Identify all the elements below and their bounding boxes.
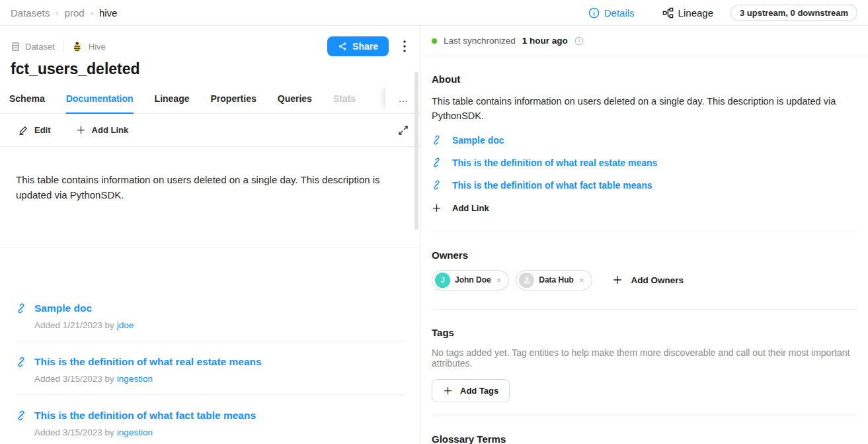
share-button[interactable]: Share [327,36,389,56]
sidebar-link-title: This is the definition of what real esta… [452,157,657,168]
plus-icon [612,275,623,285]
avatar: J [435,273,450,288]
entity-sidebar: Last synchronized 1 hour ago About This … [421,26,868,444]
sync-status-dot [432,38,437,44]
sidebar-link[interactable]: Sample doc [432,129,857,152]
breadcrumb-separator: › [56,8,58,18]
add-owners-button[interactable]: Add Owners [612,275,684,285]
meta-separator [63,41,63,52]
tab-properties[interactable]: Properties [211,83,256,113]
sidebar-link-title: This is the definition of what fact tabl… [452,180,652,191]
lineage-summary-badge[interactable]: 3 upstream, 0 downstream [730,5,857,21]
more-options-button[interactable] [399,38,410,55]
sidebar-link[interactable]: This is the definition of what real esta… [432,152,857,174]
expand-button[interactable] [398,125,409,136]
main-split: Dataset Hive [0,26,868,444]
doc-link[interactable]: This is the definition of what fact tabl… [16,410,405,422]
sync-prefix: Last synchronized [444,36,516,46]
top-actions: Details Lineage 3 upstream, 0 downstream [588,5,857,21]
tab-schema[interactable]: Schema [9,83,45,113]
documentation-body: This table contains information on users… [0,147,420,203]
info-circle-icon [588,7,600,19]
details-button[interactable]: Details [588,7,635,19]
doc-link-meta: Added 1/21/2023 byjdoe [34,320,405,330]
tab-stats: Stats [333,83,356,113]
sync-time: 1 hour ago [522,36,568,46]
sidebar-link[interactable]: This is the definition of what fact tabl… [432,174,857,197]
plus-icon [432,203,442,213]
tab-documentation[interactable]: Documentation [66,83,134,113]
link-icon [432,180,442,190]
sidebar-add-link-button[interactable]: Add Link [432,203,857,213]
doc-link-item: This is the definition of what fact tabl… [16,395,405,444]
dataset-description: This table contains information on users… [16,172,386,203]
share-label: Share [352,41,378,52]
about-description: This table contains information on users… [432,94,857,124]
owner-chip-john-doe[interactable]: J John Doe × [432,270,509,290]
link-icon [16,357,26,367]
plus-icon [76,125,86,135]
breadcrumb-prod[interactable]: prod [65,7,85,19]
edit-label: Edit [34,125,51,135]
breadcrumb-hive: hive [99,7,118,19]
platform-label: Hive [89,42,106,52]
remove-owner-icon[interactable]: × [578,275,585,285]
add-owners-label: Add Owners [631,275,684,285]
doc-link-user[interactable]: jdoe [117,320,134,330]
hive-logo-icon [71,40,84,53]
link-icon [432,157,442,167]
entity-actions: Share [327,36,410,56]
entity-header: Dataset Hive [0,26,420,78]
doc-link-meta: Added 3/15/2023 byingestion [34,374,405,384]
scrollbar-thumb[interactable] [414,72,418,230]
lineage-label: Lineage [678,7,713,19]
breadcrumb-datasets[interactable]: Datasets [11,7,50,19]
lineage-graph-icon [662,7,674,19]
add-tags-button[interactable]: Add Tags [432,379,510,402]
person-icon [522,275,532,285]
entity-type: Dataset [11,42,55,52]
doc-link-user[interactable]: ingestion [117,427,153,437]
breadcrumb-separator: › [91,8,93,18]
doc-link-added-text: Added 3/15/2023 by [34,427,114,437]
doc-link[interactable]: Sample doc [16,302,405,314]
share-icon [338,42,347,51]
breadcrumb: Datasets › prod › hive [11,7,117,19]
lineage-button[interactable]: Lineage [662,7,713,19]
sidebar-link-title: Sample doc [452,135,504,146]
entity-meta-row: Dataset Hive [11,39,410,54]
entity-type-label: Dataset [25,42,55,52]
owner-name: John Doe [455,275,491,285]
avatar [519,273,534,288]
documentation-toolbar: Edit Add Link [0,114,420,147]
details-label: Details [604,7,635,19]
entity-platform: Hive [71,40,106,53]
section-divider [432,416,857,416]
link-icon [432,135,442,145]
tab-lineage[interactable]: Lineage [155,83,190,113]
edit-button[interactable]: Edit [19,125,51,135]
owners-heading: Owners [432,249,857,261]
entity-panel: Dataset Hive [0,26,421,444]
description-divider [0,247,420,248]
add-tags-label: Add Tags [460,386,498,396]
add-link-button[interactable]: Add Link [76,125,129,135]
about-heading: About [432,73,857,85]
tab-queries[interactable]: Queries [278,83,312,113]
documentation-links-list: Sample doc Added 1/21/2023 byjdoe [0,288,420,444]
link-icon [16,303,26,314]
doc-link[interactable]: This is the definition of what real esta… [16,356,405,368]
datahub-dataset-page: Datasets › prod › hive Details [0,0,868,444]
doc-link-item: This is the definition of what real esta… [16,341,405,395]
tags-heading: Tags [432,327,857,338]
sidebar-content: About This table contains information on… [421,73,868,444]
glossary-heading: Glossary Terms [432,433,857,444]
owner-chip-data-hub[interactable]: Data Hub × [516,270,592,290]
doc-link-user[interactable]: ingestion [117,374,153,384]
sidebar-add-link-label: Add Link [452,203,489,213]
owner-name: Data Hub [539,275,574,285]
top-bar: Datasets › prod › hive Details [0,0,868,26]
remove-owner-icon[interactable]: × [496,275,502,285]
table-icon [11,42,20,52]
doc-link-item: Sample doc Added 1/21/2023 byjdoe [16,288,405,341]
